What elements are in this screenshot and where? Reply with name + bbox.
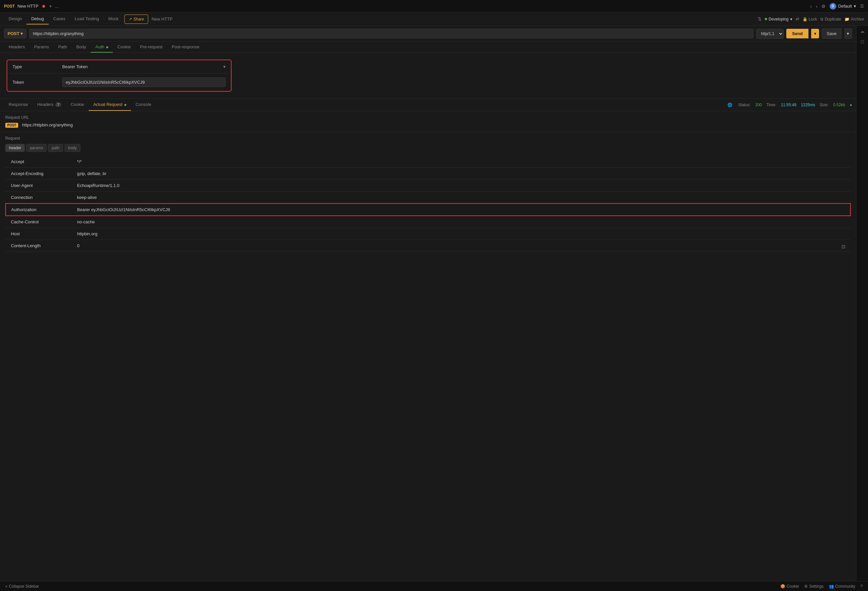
- help-button[interactable]: ?: [861, 584, 863, 589]
- table-row: Accept*/*: [6, 156, 850, 168]
- sidebar-icon-2[interactable]: ⊡: [861, 39, 864, 44]
- nav-forward-button[interactable]: ›: [816, 4, 817, 9]
- table-row: Connectionkeep-alive: [6, 192, 850, 204]
- request-url-section: Request URL POST https://httpbin.org/any…: [0, 111, 856, 132]
- req-tab-headers[interactable]: Headers: [4, 42, 30, 53]
- req-tab-pre-request[interactable]: Pre-request: [135, 42, 167, 53]
- download-icon: ●: [850, 103, 852, 107]
- save-dropdown-button[interactable]: ▾: [844, 28, 852, 39]
- sub-tab-header[interactable]: header: [5, 144, 25, 152]
- collapse-sidebar-button[interactable]: « Collapse Sidebar: [5, 584, 39, 589]
- status-label: Status:: [738, 103, 751, 107]
- header-key: Cache-Control: [6, 216, 72, 228]
- tab-cases[interactable]: Cases: [49, 13, 70, 25]
- sub-tab-body[interactable]: body: [65, 144, 80, 152]
- nav-back-button[interactable]: ‹: [810, 4, 812, 9]
- req-tab-post-response[interactable]: Post-response: [167, 42, 204, 53]
- settings-footer-icon: ⚙: [804, 584, 808, 589]
- request-section: Request header params path body: [0, 132, 856, 256]
- resp-tab-cookie[interactable]: Cookie: [66, 99, 88, 111]
- new-tab-button[interactable]: +: [49, 3, 52, 9]
- settings-icon[interactable]: ⚙: [821, 4, 826, 9]
- response-tabs: Response Headers 7 Cookie Actual Request…: [0, 99, 856, 111]
- profile-name: Default: [838, 4, 852, 9]
- req-tab-params[interactable]: Params: [30, 42, 53, 53]
- main-content: POST ▾ http/1.1 Send ▾ Save ▾ Headers Pa…: [0, 26, 856, 581]
- req-tab-cookie[interactable]: Cookie: [113, 42, 135, 53]
- duplicate-button[interactable]: ⧉ Duplicate: [820, 17, 841, 22]
- url-bar: POST ▾ http/1.1 Send ▾ Save ▾: [0, 26, 856, 42]
- header-key: User-Agent: [6, 180, 72, 192]
- env-options-icon[interactable]: ⇄: [796, 16, 799, 22]
- save-button[interactable]: Save: [822, 28, 841, 39]
- header-value: keep-alive: [72, 192, 850, 204]
- request-method-badge: POST: [5, 123, 18, 128]
- table-row: User-AgentEchoapiRuntime/1.1.0: [6, 180, 850, 192]
- header-value: httpbin.org: [72, 228, 850, 240]
- tab-mock[interactable]: Mock: [103, 13, 123, 25]
- header-value: EchoapiRuntime/1.1.0: [72, 180, 850, 192]
- archive-icon: 📁: [844, 17, 849, 22]
- header-value: */*: [72, 156, 850, 168]
- req-tab-path[interactable]: Path: [53, 42, 72, 53]
- send-dropdown-button[interactable]: ▾: [811, 29, 819, 38]
- auth-type-selector[interactable]: Bearer Token ▾: [62, 64, 226, 69]
- profile-section[interactable]: D Default ▾: [830, 3, 856, 10]
- more-options-button[interactable]: ...: [55, 4, 59, 9]
- cookie-button[interactable]: 🍪 Cookie: [780, 584, 799, 589]
- req-tab-auth[interactable]: Auth: [91, 42, 112, 53]
- resp-tab-headers[interactable]: Headers 7: [33, 99, 66, 111]
- method-selector[interactable]: POST ▾: [4, 29, 27, 38]
- settings-footer-button[interactable]: ⚙ Settings: [804, 584, 823, 589]
- time-label: Time:: [766, 103, 776, 107]
- auth-section: Type Bearer Token ▾ Token eyJhbGciOiJIUz…: [0, 53, 856, 98]
- request-sub-tabs: header params path body: [5, 144, 851, 152]
- environment-selector[interactable]: Developing ▾: [765, 17, 792, 22]
- headers-table: Accept*/*Accept-Encodinggzip, deflate, b…: [5, 156, 851, 252]
- resp-tab-console[interactable]: Console: [131, 99, 156, 111]
- header-key: Content-Length: [6, 240, 72, 252]
- sidebar-icon-1[interactable]: ☁: [860, 28, 865, 34]
- expand-table-icon[interactable]: ⊡: [841, 244, 846, 249]
- share-icon: ↗: [129, 17, 132, 22]
- request-url-display: https://httpbin.org/anything: [22, 123, 73, 127]
- community-button[interactable]: 👥 Community: [829, 584, 855, 589]
- auth-token-label: Token: [13, 80, 62, 85]
- table-row: AuthorizationBearer eyJhbGciOiJIUzI1NiIs…: [6, 204, 850, 216]
- resp-tab-response[interactable]: Response: [4, 99, 33, 111]
- resp-tab-actual-request[interactable]: Actual Request: [89, 99, 131, 111]
- sub-tab-path[interactable]: path: [48, 144, 63, 152]
- send-button[interactable]: Send: [786, 29, 809, 38]
- lock-button[interactable]: 🔒 Lock: [803, 17, 817, 22]
- sub-tab-params[interactable]: params: [26, 144, 47, 152]
- table-row: Content-Length0: [6, 240, 850, 252]
- auth-type-dropdown-icon: ▾: [223, 64, 226, 69]
- unsaved-dot: [42, 5, 45, 7]
- tab-load-testing[interactable]: Load Testing: [70, 13, 104, 25]
- header-key: Accept: [6, 156, 72, 168]
- archive-button[interactable]: 📁 Archive: [844, 17, 864, 22]
- auth-token-value[interactable]: eyJhbGciOiJIUzI1NiIsInR5cCI6IkpXVCJ9: [62, 77, 226, 87]
- community-icon: 👥: [829, 584, 834, 589]
- table-row: Accept-Encodinggzip, deflate, br: [6, 168, 850, 180]
- header-value: no-cache: [72, 216, 850, 228]
- lock-icon: 🔒: [803, 17, 807, 22]
- title-bar: POST New HTTP + ... ‹ › ⚙ D Default ▾ ☰: [0, 0, 868, 13]
- protocol-selector[interactable]: http/1.1: [756, 29, 784, 39]
- table-row: Cache-Controlno-cache: [6, 216, 850, 228]
- share-button[interactable]: ↗ Share: [124, 15, 148, 24]
- auth-active-dot: [106, 46, 108, 48]
- main-menu-button[interactable]: ☰: [860, 4, 864, 9]
- headers-table-wrapper: Accept*/*Accept-Encodinggzip, deflate, b…: [5, 156, 851, 252]
- size-value: 0.52kb: [833, 103, 845, 107]
- auth-type-value: Bearer Token: [62, 64, 88, 69]
- tab-design[interactable]: Design: [4, 13, 27, 25]
- req-tab-body[interactable]: Body: [72, 42, 91, 53]
- cookie-icon: 🍪: [780, 584, 785, 589]
- url-input[interactable]: [29, 29, 753, 38]
- tab-debug[interactable]: Debug: [27, 13, 48, 25]
- auth-box: Type Bearer Token ▾ Token eyJhbGciOiJIUz…: [7, 59, 232, 92]
- header-value: gzip, deflate, br: [72, 168, 850, 180]
- profile-dropdown-icon: ▾: [854, 4, 856, 9]
- request-url-row: POST https://httpbin.org/anything: [5, 123, 851, 128]
